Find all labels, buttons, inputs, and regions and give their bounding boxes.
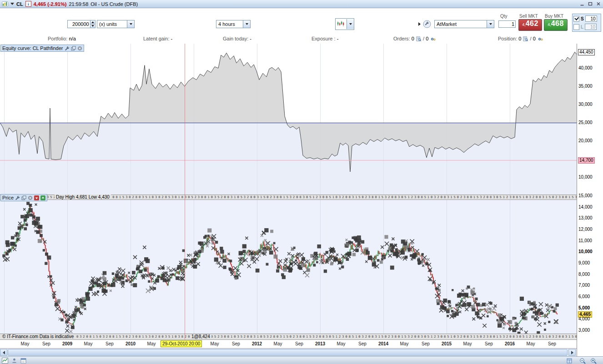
limit-letter: L	[581, 25, 583, 30]
stop-limit-box: S L	[572, 14, 601, 32]
x-axis-label: 2014	[374, 341, 392, 346]
trade-exit-digits: 2031085031208315023081503208150320815302…	[0, 334, 577, 339]
quick-sell-icon[interactable]	[34, 195, 39, 200]
y-axis-label: 14,000	[578, 204, 593, 210]
x-axis-label: 2009	[58, 341, 76, 346]
timeframe-select[interactable]: 4 hours	[216, 20, 251, 28]
price-close-icon[interactable]	[28, 195, 33, 200]
x-axis-label: 2016	[501, 341, 519, 346]
zoom-in-icon[interactable]	[589, 357, 598, 364]
crosshair-date-label: 29-Oct-2010 20:00	[161, 340, 202, 347]
x-axis-label: May	[395, 341, 413, 346]
y-axis-label: 5,000	[578, 305, 590, 311]
equity-detach-icon[interactable]	[71, 46, 76, 51]
price-settings-icon[interactable]	[15, 195, 20, 200]
order-panel-collapse-icon[interactable]	[418, 22, 421, 26]
day-high-low: Day High 4,681 Low 4,430	[55, 194, 111, 199]
buy-price-prefix: 4,	[548, 22, 551, 27]
y-axis-label: 6,000	[578, 294, 590, 299]
chart-style-button[interactable]	[335, 18, 354, 30]
y-axis-label: 15,000	[578, 193, 593, 199]
accounts-icon[interactable]	[10, 357, 18, 364]
units-select-caret[interactable]	[127, 20, 134, 28]
maximize-button[interactable]	[587, 1, 593, 7]
stat-item: Latent gain: -	[143, 36, 172, 41]
x-axis-label: Sep	[37, 341, 55, 346]
workspace-icon[interactable]	[1, 357, 9, 364]
stat-item: Exposure : -	[312, 36, 338, 41]
stat-item: Orders: 0 / 0	[393, 36, 437, 41]
units-select[interactable]: (x) units	[97, 20, 135, 28]
x-axis-label: 2010	[121, 341, 140, 346]
limit-distance-input[interactable]	[585, 24, 597, 30]
y-axis-label: 25,000	[578, 120, 593, 125]
y-axis-label: 8,000	[578, 272, 590, 277]
trade-exit-strip: 2031085031208315023081503208150320815302…	[0, 334, 577, 340]
price-panel-header: Price	[0, 194, 47, 201]
sell-price-prefix: 4,	[522, 22, 526, 27]
calendar-icon[interactable]	[19, 357, 27, 364]
price-detach-icon[interactable]	[21, 195, 26, 200]
orders-detail-icon[interactable]	[416, 36, 422, 41]
order-type-value: AtMarket	[435, 21, 458, 27]
quick-buy-icon[interactable]	[40, 195, 45, 200]
equity-settings-icon[interactable]	[65, 46, 70, 51]
x-axis-label: 2015	[437, 341, 456, 346]
y-axis-label: 4,000	[578, 316, 590, 322]
y-axis-label: 40,000	[578, 65, 593, 71]
toolbar: (x) units 4 hours AtMarket Qty Sell MKT …	[0, 8, 603, 35]
timeframe-select-caret[interactable]	[243, 20, 250, 28]
buy-mkt-label: Buy MKT	[545, 14, 563, 19]
y-axis-column: 44,45040,00035,00030,00025,00020,00014,7…	[577, 44, 603, 356]
x-axis-label: Sep	[543, 341, 561, 346]
order-type-caret[interactable]	[487, 20, 494, 28]
order-qty-field[interactable]	[498, 20, 516, 28]
x-axis-label: May	[269, 341, 287, 346]
title-bar: CL i 4,465 (-2.91%) 21:59:58 Oil - US Cr…	[0, 0, 603, 8]
orders-detail-icon[interactable]	[523, 36, 528, 41]
order-settings-icon[interactable]	[423, 20, 431, 29]
buy-market-button[interactable]: 4,468	[544, 19, 568, 31]
horizontal-scrollbar[interactable]	[0, 348, 577, 356]
scroll-left-button[interactable]	[0, 349, 7, 356]
qty-label: Qty	[500, 14, 508, 19]
order-type-select[interactable]: AtMarket	[434, 20, 494, 28]
scroll-right-button[interactable]	[568, 349, 576, 356]
equity-close-icon[interactable]	[77, 46, 82, 51]
symbol-dropdown-caret[interactable]	[10, 3, 14, 5]
quantity-input[interactable]	[68, 20, 90, 28]
orders-settings-icon[interactable]	[430, 36, 437, 41]
y-axis-label: 30,000	[578, 102, 593, 107]
minimize-button[interactable]	[578, 1, 585, 7]
instrument-info-icon[interactable]: i	[25, 1, 31, 7]
sell-market-button[interactable]: 4,462	[518, 19, 542, 31]
zoom-out-icon[interactable]	[578, 357, 587, 364]
price-chart-canvas[interactable]	[0, 200, 577, 334]
stop-distance-input[interactable]	[585, 15, 597, 22]
equity-chart-canvas[interactable]	[0, 44, 577, 194]
y-axis-label: 35,000	[578, 84, 593, 89]
scrollbar-thumb[interactable]	[8, 349, 568, 356]
stop-checkbox[interactable]	[573, 16, 579, 22]
price-panel-title: Price	[2, 195, 14, 200]
panel-layout-icon[interactable]	[565, 357, 573, 364]
order-qty-input[interactable]	[499, 21, 515, 27]
y-axis-label: 14,700	[578, 157, 595, 164]
close-button[interactable]	[595, 1, 602, 7]
x-axis-label: May	[522, 341, 540, 346]
window-controls	[578, 1, 602, 7]
x-axis-label: May	[79, 341, 97, 346]
y-axis-label: 3,000	[578, 328, 590, 333]
x-axis-label: 2012	[248, 341, 266, 346]
chart-style-icon	[336, 20, 347, 28]
x-axis-label: Sep	[353, 341, 372, 346]
limit-row: L	[573, 23, 600, 30]
chart-style-caret[interactable]	[347, 19, 354, 29]
orders-settings-icon[interactable]	[537, 36, 544, 41]
y-axis-label: 12,000	[578, 227, 593, 232]
copyright-note: © IT-Finance.com Data is indicative	[1, 334, 75, 339]
symbol-label[interactable]: CL	[16, 1, 23, 7]
limit-checkbox[interactable]	[573, 24, 579, 30]
quantity-spinner[interactable]	[90, 20, 95, 28]
quantity-stepper[interactable]	[67, 20, 95, 28]
